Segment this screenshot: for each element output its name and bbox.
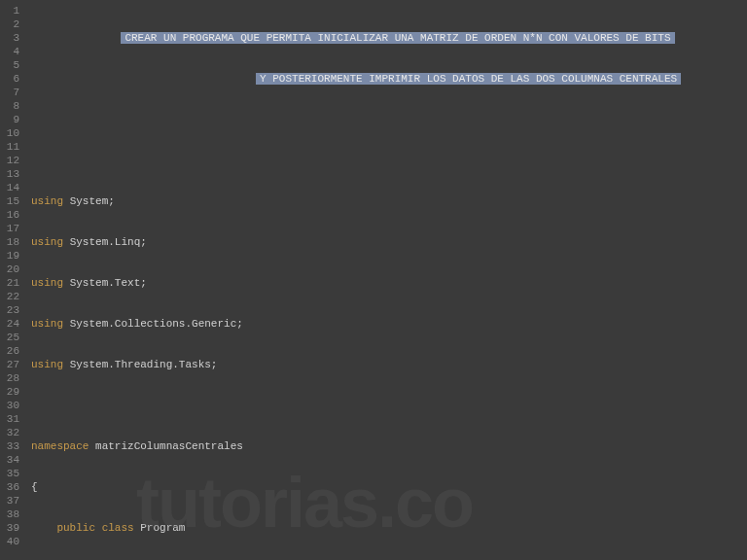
- line-number: 21: [2, 276, 19, 290]
- line-number: 12: [2, 154, 19, 167]
- line-number: 3: [2, 31, 19, 45]
- line-4: [31, 154, 741, 167]
- line-number: 8: [2, 99, 19, 113]
- line-number: 29: [2, 385, 19, 399]
- line-number: 4: [2, 45, 19, 58]
- line-7: using System.Text;: [31, 276, 741, 290]
- line-number: 10: [2, 126, 19, 140]
- line-number: 5: [2, 58, 19, 72]
- line-number: 11: [2, 140, 19, 154]
- line-number: 18: [2, 235, 19, 249]
- line-6: using System.Linq;: [31, 235, 741, 249]
- line-2: Y POSTERIORMENTE IMPRIMIR LOS DATOS DE L…: [31, 72, 741, 86]
- line-number: 37: [2, 494, 19, 508]
- line-number: 9: [2, 113, 19, 126]
- line-number: 13: [2, 167, 19, 181]
- line-number: 22: [2, 290, 19, 303]
- line-number: 19: [2, 249, 19, 262]
- line-number: 1: [2, 4, 19, 18]
- line-number: 17: [2, 222, 19, 235]
- line-number: 7: [2, 86, 19, 99]
- line-number: 35: [2, 467, 19, 480]
- line-number: 28: [2, 371, 19, 385]
- line-number: 32: [2, 426, 19, 439]
- line-number: 2: [2, 18, 19, 31]
- line-number: 30: [2, 399, 19, 412]
- line-number: 26: [2, 344, 19, 358]
- comment-banner-2: Y POSTERIORMENTE IMPRIMIR LOS DATOS DE L…: [256, 73, 681, 85]
- line-8: using System.Collections.Generic;: [31, 317, 741, 331]
- line-1: CREAR UN PROGRAMA QUE PERMITA INICIALIZA…: [31, 31, 741, 45]
- line-number: 14: [2, 181, 19, 194]
- line-number: 36: [2, 480, 19, 494]
- line-number: 25: [2, 331, 19, 344]
- line-11: namespace matrizColumnasCentrales: [31, 439, 741, 453]
- line-12: {: [31, 480, 741, 494]
- line-3: [31, 113, 741, 126]
- line-number: 33: [2, 439, 19, 453]
- line-number: 15: [2, 194, 19, 208]
- line-number: 31: [2, 412, 19, 426]
- line-number: 38: [2, 508, 19, 521]
- line-number: 40: [2, 535, 19, 548]
- line-number-gutter: 1234567891011121314151617181920212223242…: [0, 0, 27, 560]
- comment-banner-1: CREAR UN PROGRAMA QUE PERMITA INICIALIZA…: [121, 32, 674, 44]
- line-number: 16: [2, 208, 19, 222]
- code-editor: 1234567891011121314151617181920212223242…: [0, 0, 747, 560]
- line-9: using System.Threading.Tasks;: [31, 358, 741, 371]
- line-number: 34: [2, 453, 19, 467]
- line-number: 27: [2, 358, 19, 371]
- line-13: public class Program: [31, 521, 741, 535]
- line-number: 23: [2, 303, 19, 317]
- line-number: 39: [2, 521, 19, 535]
- line-5: using System;: [31, 194, 741, 208]
- code-area[interactable]: CREAR UN PROGRAMA QUE PERMITA INICIALIZA…: [27, 0, 747, 560]
- line-number: 24: [2, 317, 19, 331]
- line-number: 20: [2, 262, 19, 276]
- line-10: [31, 399, 741, 412]
- line-number: 6: [2, 72, 19, 86]
